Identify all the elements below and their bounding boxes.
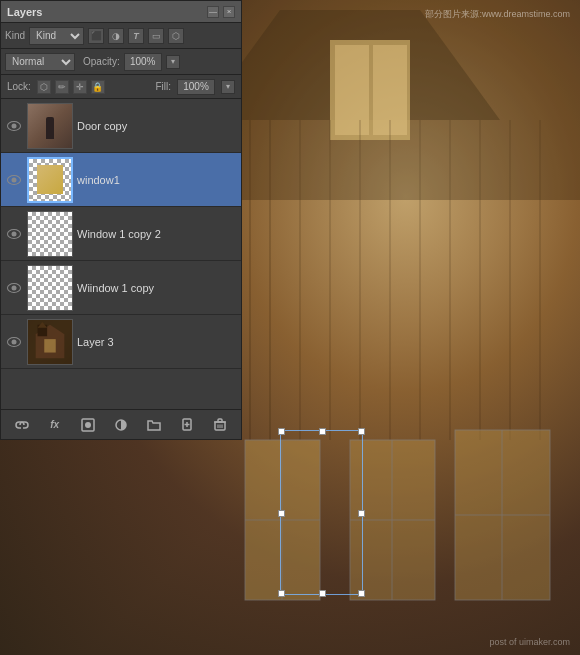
- link-layers-btn[interactable]: [12, 415, 32, 435]
- blend-row: Normal Opacity: ▾: [1, 49, 241, 75]
- kind-select[interactable]: Kind: [29, 27, 84, 45]
- opacity-input[interactable]: [124, 53, 162, 71]
- panel-header-controls: — ×: [207, 6, 235, 18]
- fill-label: Fill:: [155, 81, 171, 92]
- layer-thumb-window1-copy: [27, 265, 73, 311]
- layer3-thumb-svg: [28, 320, 72, 364]
- fill-arrow[interactable]: ▾: [221, 80, 235, 94]
- new-layer-btn[interactable]: [177, 415, 197, 435]
- lock-label: Lock:: [7, 81, 31, 92]
- lock-all-btn[interactable]: 🔒: [91, 80, 105, 94]
- add-mask-btn[interactable]: [78, 415, 98, 435]
- eye-icon-window1-copy: [7, 283, 21, 293]
- layer-visibility-window1[interactable]: [5, 171, 23, 189]
- panel-toolbar: fx: [1, 409, 241, 439]
- panel-collapse-btn[interactable]: —: [207, 6, 219, 18]
- layer-name-door-copy: Door copy: [77, 120, 237, 132]
- layer-visibility-layer3[interactable]: [5, 333, 23, 351]
- filter-pixel-icon[interactable]: ⬛: [88, 28, 104, 44]
- layer-visibility-window1-copy[interactable]: [5, 279, 23, 297]
- filter-smart-icon[interactable]: ⬡: [168, 28, 184, 44]
- svg-rect-30: [44, 339, 55, 352]
- fill-input[interactable]: [177, 79, 215, 95]
- layer-name-window1-copy2: Window 1 copy 2: [77, 228, 237, 240]
- eye-icon-layer3: [7, 337, 21, 347]
- layer-item-door-copy[interactable]: Door copy: [1, 99, 241, 153]
- layer-visibility-window1-copy2[interactable]: [5, 225, 23, 243]
- panel-header: Layers — ×: [1, 1, 241, 23]
- kind-label: Kind: [5, 30, 25, 41]
- fx-label: fx: [50, 419, 59, 430]
- layer-thumb-window1-copy2: [27, 211, 73, 257]
- thumb-window-content: [37, 165, 62, 194]
- layer-item-window1[interactable]: window1: [1, 153, 241, 207]
- thumb-door-copy: [28, 104, 72, 148]
- svg-rect-3: [335, 45, 369, 135]
- lock-position-btn[interactable]: ✛: [73, 80, 87, 94]
- layer-name-window1: window1: [77, 174, 237, 186]
- panel-close-btn[interactable]: ×: [223, 6, 235, 18]
- opacity-arrow[interactable]: ▾: [166, 55, 180, 69]
- new-group-btn[interactable]: [144, 415, 164, 435]
- delete-layer-btn[interactable]: [210, 415, 230, 435]
- layers-list[interactable]: Door copy window1 Window 1: [1, 99, 241, 409]
- layer-item-window1-copy2[interactable]: Window 1 copy 2: [1, 207, 241, 261]
- layer-thumb-layer3: [27, 319, 73, 365]
- fx-btn[interactable]: fx: [45, 415, 65, 435]
- adjustment-icon: [114, 418, 128, 432]
- eye-icon-window1: [7, 175, 21, 185]
- new-layer-icon: [180, 418, 194, 432]
- lock-image-btn[interactable]: ✏: [55, 80, 69, 94]
- trash-icon: [213, 418, 227, 432]
- lock-icons-group: ⬡ ✏ ✛ 🔒: [37, 80, 105, 94]
- folder-icon: [147, 418, 161, 432]
- layer-visibility-door-copy[interactable]: [5, 117, 23, 135]
- kind-row: Kind Kind ⬛ ◑ T ▭ ⬡: [1, 23, 241, 49]
- link-icon: [15, 418, 29, 432]
- layer-thumb-door-copy: [27, 103, 73, 149]
- layer-name-layer3: Layer 3: [77, 336, 237, 348]
- layer-item-window1-copy[interactable]: Wiindow 1 copy: [1, 261, 241, 315]
- eye-icon-window1-copy2: [7, 229, 21, 239]
- layer-item-layer3[interactable]: Layer 3: [1, 315, 241, 369]
- svg-point-34: [85, 422, 91, 428]
- filter-text-icon[interactable]: T: [128, 28, 144, 44]
- thumb-window1-copy2: [28, 212, 72, 256]
- add-adjustment-btn[interactable]: [111, 415, 131, 435]
- filter-adjustment-icon[interactable]: ◑: [108, 28, 124, 44]
- lock-row: Lock: ⬡ ✏ ✛ 🔒 Fill: ▾: [1, 75, 241, 99]
- opacity-label: Opacity:: [83, 56, 120, 67]
- thumb-layer3: [28, 320, 72, 364]
- layer-thumb-window1: [27, 157, 73, 203]
- thumb-window1: [29, 159, 71, 201]
- mask-icon: [81, 418, 95, 432]
- thumb-door-figure: [46, 117, 55, 139]
- lock-transparent-btn[interactable]: ⬡: [37, 80, 51, 94]
- layers-panel: Layers — × Kind Kind ⬛ ◑ T ▭ ⬡ Normal Op…: [0, 0, 242, 440]
- blend-mode-select[interactable]: Normal: [5, 53, 75, 71]
- layer-name-window1-copy: Wiindow 1 copy: [77, 282, 237, 294]
- filter-shape-icon[interactable]: ▭: [148, 28, 164, 44]
- eye-icon-door-copy: [7, 121, 21, 131]
- panel-title: Layers: [7, 6, 42, 18]
- thumb-window1-copy: [28, 266, 72, 310]
- svg-rect-41: [218, 419, 222, 422]
